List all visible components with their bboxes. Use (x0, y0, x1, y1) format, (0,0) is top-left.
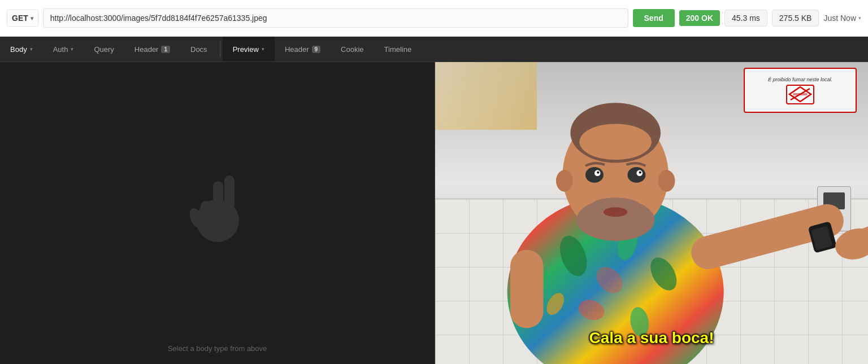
header-right-badge: 9 (312, 46, 321, 53)
timestamp-label: Just Now (823, 14, 856, 23)
send-button[interactable]: Send (633, 9, 675, 27)
timestamp: Just Now ▾ (823, 14, 861, 23)
request-body-panel: Select a body type from above (0, 62, 435, 364)
tab-divider (220, 41, 220, 58)
tab-auth-chevron: ▾ (71, 46, 73, 52)
url-input[interactable] (43, 8, 628, 28)
subtitle-text: Cala a sua boca! (589, 329, 714, 347)
svg-point-23 (556, 170, 573, 191)
tab-preview-label: Preview (233, 45, 259, 54)
tabs-row: Body ▾ Auth ▾ Query Header 1 Docs Previe… (0, 37, 868, 62)
tab-docs-label: Docs (190, 45, 207, 54)
tab-header-left[interactable]: Header 1 (124, 37, 180, 62)
tab-timeline[interactable]: Timeline (374, 37, 422, 62)
person-svg (435, 62, 868, 364)
svg-point-22 (579, 124, 652, 160)
svg-point-24 (658, 170, 675, 191)
response-size: 275.5 KB (772, 10, 819, 27)
svg-point-5 (201, 201, 237, 238)
tab-header-right-label: Header (285, 45, 309, 54)
tab-body-label: Body (10, 45, 27, 54)
svg-point-28 (585, 167, 604, 183)
tab-cookie-label: Cookie (341, 45, 363, 54)
svg-point-33 (639, 171, 641, 173)
tab-query[interactable]: Query (84, 37, 124, 62)
timestamp-chevron: ▾ (858, 15, 861, 21)
header-badge: 1 (161, 46, 170, 53)
peace-hand-icon (184, 170, 251, 245)
tab-preview-chevron: ▾ (262, 46, 264, 52)
tab-cookie[interactable]: Cookie (331, 37, 374, 62)
response-preview-panel: É proibido fumar neste local. (435, 62, 868, 364)
tab-preview[interactable]: Preview ▾ (223, 37, 275, 62)
tab-docs[interactable]: Docs (180, 37, 218, 62)
response-time: 45.3 ms (724, 10, 767, 27)
tab-auth[interactable]: Auth ▾ (43, 37, 84, 62)
svg-point-30 (597, 171, 599, 173)
method-chevron: ▾ (31, 15, 33, 21)
body-hint-text: Select a body type from above (168, 344, 267, 353)
svg-point-27 (604, 207, 628, 217)
svg-rect-39 (510, 250, 544, 328)
svg-point-31 (627, 167, 645, 183)
preview-image: É proibido fumar neste local. (435, 62, 868, 364)
tab-body[interactable]: Body ▾ (0, 37, 43, 62)
method-label: GET (12, 14, 28, 23)
tab-query-label: Query (94, 45, 114, 54)
tab-timeline-label: Timeline (384, 45, 412, 54)
main-content: Select a body type from above É proibido… (0, 62, 868, 364)
status-badge: 200 OK (679, 10, 720, 26)
tab-body-chevron: ▾ (30, 46, 33, 52)
tab-auth-label: Auth (53, 45, 68, 54)
tab-header-right[interactable]: Header 9 (275, 37, 331, 62)
scene: É proibido fumar neste local. (435, 62, 868, 364)
method-selector[interactable]: GET ▾ (7, 10, 38, 27)
top-bar: GET ▾ Send 200 OK 45.3 ms 275.5 KB Just … (0, 0, 868, 37)
tab-header-left-label: Header (134, 45, 159, 54)
